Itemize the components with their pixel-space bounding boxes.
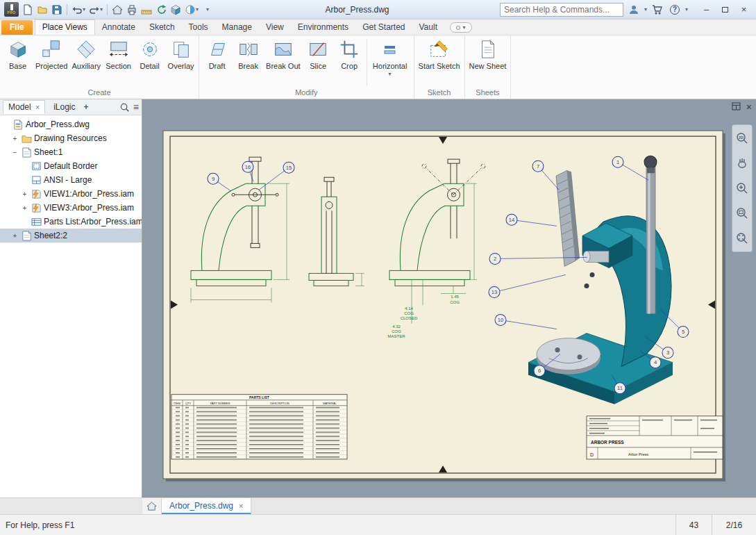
zoom-icon[interactable]	[734, 181, 750, 196]
restore-document-icon[interactable]	[732, 102, 741, 113]
tree-item-view1[interactable]: + VIEW1:Arbor_Press.iam	[0, 187, 142, 201]
undo-dropdown[interactable]: ▾	[83, 7, 85, 13]
material-icon[interactable]	[169, 2, 183, 17]
tab-file[interactable]: File	[1, 20, 33, 35]
panel-label-create[interactable]: Create	[0, 88, 199, 99]
close-document-icon[interactable]: ×	[746, 101, 752, 113]
measure-icon[interactable]	[140, 2, 153, 17]
expand-icon[interactable]: +	[11, 232, 19, 240]
update-icon[interactable]	[154, 2, 168, 17]
tab-annotate[interactable]: Annotate	[95, 20, 142, 35]
open-icon[interactable]	[35, 2, 49, 17]
sign-in-icon[interactable]	[627, 2, 641, 17]
svg-text:D: D	[590, 452, 594, 457]
browser-tab-model[interactable]: Model ×	[3, 100, 45, 114]
panel-label-sheets[interactable]: Sheets	[465, 88, 511, 99]
browser-tab-ilogic[interactable]: iLogic	[49, 101, 80, 113]
new-sheet-button[interactable]: New Sheet	[467, 37, 509, 88]
horizontal-icon	[383, 38, 397, 60]
close-button[interactable]: ×	[734, 2, 753, 17]
drawing-canvas[interactable]: 4.14 COG CLOSED 4.32 COG MASTER 1.45 COG	[142, 99, 756, 497]
ribbon-tab-bar: File Place Views Annotate Sketch Tools M…	[0, 19, 756, 35]
add-browser-tab-button[interactable]: +	[83, 102, 88, 112]
qat-customize-icon[interactable]: ▾	[201, 2, 215, 17]
parts-list-table[interactable]: PARTS LIST ITEM QTY PART NUMBER DESCRIPT…	[171, 395, 347, 459]
redo-dropdown[interactable]: ▾	[100, 7, 103, 13]
tab-place-views[interactable]: Place Views	[35, 19, 95, 35]
break-button[interactable]: Break	[233, 37, 264, 88]
tab-tools[interactable]: Tools	[182, 20, 215, 35]
help-icon[interactable]: ?	[668, 2, 682, 17]
base-button[interactable]: Base	[2, 37, 33, 88]
tab-environments[interactable]: Environments	[291, 20, 355, 35]
tab-view[interactable]: View	[259, 20, 291, 35]
expand-icon[interactable]: +	[21, 204, 28, 212]
crop-button[interactable]: Crop	[334, 37, 365, 88]
search-input[interactable]	[504, 5, 619, 15]
home-tab-button[interactable]	[142, 498, 162, 514]
document-tab-arbor-press[interactable]: Arbor_Press.dwg ×	[162, 498, 251, 514]
redo-icon[interactable]: ▾	[87, 2, 104, 17]
tree-item-root[interactable]: Arbor_Press.dwg	[0, 117, 142, 131]
tab-vault[interactable]: Vault	[412, 20, 444, 35]
app-store-cart-icon[interactable]	[650, 2, 664, 17]
section-button[interactable]: Section	[103, 37, 134, 88]
slice-button[interactable]: Slice	[303, 37, 334, 88]
overlay-button[interactable]: Overlay	[165, 37, 196, 88]
search-box[interactable]	[500, 3, 623, 17]
panel-label-modify[interactable]: Modify	[199, 88, 414, 99]
drawing-sheet[interactable]: 4.14 COG CLOSED 4.32 COG MASTER 1.45 COG	[142, 99, 756, 497]
zoom-selected-icon[interactable]	[734, 231, 750, 246]
horizontal-dropdown[interactable]: ▾	[389, 72, 392, 77]
collapse-icon[interactable]: −	[11, 149, 19, 156]
minimize-button[interactable]: –	[697, 2, 716, 17]
zoom-window-icon[interactable]	[734, 206, 750, 221]
tree-item-parts-list[interactable]: Parts List:Arbor_Press.iam	[0, 215, 142, 229]
pan-hand-icon[interactable]	[734, 156, 750, 171]
browser-search-icon[interactable]	[119, 102, 130, 113]
overlay-label: Overlay	[168, 62, 194, 70]
inventor-logo[interactable]: PRO	[3, 2, 20, 17]
status-occurrence-count: 43	[675, 515, 712, 535]
break-out-button[interactable]: Break Out	[264, 37, 303, 88]
expand-icon[interactable]: +	[21, 190, 28, 198]
draft-button[interactable]: Draft	[201, 37, 233, 88]
quick-access-toolbar: PRO ▾ ▾ ▾ ▾	[3, 2, 215, 17]
sign-in-dropdown[interactable]: ▾	[644, 7, 647, 13]
title-block[interactable]: ARBOR PRESS D Arbor Press	[587, 416, 723, 459]
ribbon-display-toggle[interactable]: ▾	[450, 22, 472, 33]
tree-item-sheet2[interactable]: + Sheet2:2	[0, 229, 142, 242]
start-sketch-button[interactable]: Start Sketch	[417, 37, 462, 88]
help-dropdown[interactable]: ▾	[685, 7, 688, 13]
close-tab-icon[interactable]: ×	[239, 502, 243, 510]
tab-get-started[interactable]: Get Started	[355, 20, 412, 35]
maximize-button[interactable]	[716, 2, 734, 17]
tree-item-default-border[interactable]: Default Border	[0, 159, 142, 173]
horizontal-button[interactable]: Horizontal ▾	[369, 37, 412, 88]
panel-label-sketch[interactable]: Sketch	[414, 88, 464, 99]
browser-menu-icon[interactable]: ≡	[133, 101, 139, 113]
svg-text:ARBOR PRESS: ARBOR PRESS	[591, 440, 624, 445]
tab-sketch[interactable]: Sketch	[142, 20, 182, 35]
base-label: Base	[9, 62, 26, 70]
border-icon	[31, 160, 42, 172]
tree-item-sheet1[interactable]: − Sheet:1	[0, 145, 142, 159]
new-file-icon[interactable]	[21, 2, 35, 17]
home-icon[interactable]	[110, 2, 124, 17]
detail-button[interactable]: Detail	[134, 37, 165, 88]
projected-button[interactable]: Projected	[33, 37, 69, 88]
tree-item-ansi-large[interactable]: ANSI - Large	[0, 173, 142, 187]
tab-manage[interactable]: Manage	[215, 20, 259, 35]
print-icon[interactable]	[125, 2, 139, 17]
save-icon[interactable]	[50, 2, 64, 17]
appearance-icon[interactable]: ▾	[183, 2, 200, 17]
zoom-2d-icon[interactable]: 2D	[734, 131, 750, 146]
tree-item-view3[interactable]: + VIEW3:Arbor_Press.iam	[0, 201, 142, 215]
close-browser-icon[interactable]: ×	[35, 103, 40, 111]
appearance-dropdown[interactable]: ▾	[196, 7, 199, 13]
auxiliary-button[interactable]: Auxiliary	[69, 37, 103, 88]
tree-item-drawing-resources[interactable]: + Drawing Resources	[0, 131, 142, 145]
undo-icon[interactable]: ▾	[70, 2, 87, 17]
svg-text:6: 6	[538, 368, 541, 374]
expand-icon[interactable]: +	[11, 135, 19, 142]
